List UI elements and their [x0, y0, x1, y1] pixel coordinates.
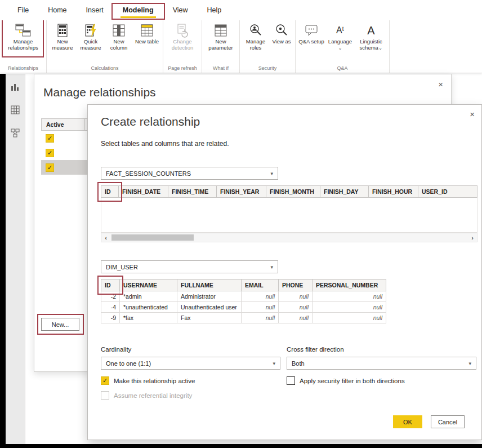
qa-setup-button[interactable]: Q&A setup: [297, 20, 325, 45]
new-column-icon: [112, 23, 126, 38]
column-header-id[interactable]: ID: [101, 279, 120, 291]
close-icon[interactable]: ×: [438, 80, 443, 88]
tab-help[interactable]: Help: [198, 0, 231, 20]
ribbon-group-calculations: New measure Quick measure: [47, 20, 163, 73]
view-as-button[interactable]: View as: [270, 20, 293, 45]
manage-relationships-label: Manage relationships: [2, 38, 44, 51]
close-icon[interactable]: ×: [470, 110, 475, 118]
tab-modeling[interactable]: Modeling: [113, 0, 163, 20]
column-header[interactable]: FINISH_YEAR: [217, 185, 266, 198]
table-row[interactable]: -2 *admin Administrator null null null: [101, 291, 386, 302]
qa-setup-icon: [304, 23, 319, 38]
ribbon-group-relationships: Manage relationships Relationships: [0, 20, 47, 73]
ok-button[interactable]: OK: [393, 415, 422, 428]
upper-table-dropdown[interactable]: FACT_SESSION_COUNTERS ▾: [101, 167, 278, 180]
manage-roles-button[interactable]: Manage roles: [242, 20, 270, 51]
relationship-active-checkbox[interactable]: ✓: [46, 149, 54, 157]
scroll-left-icon[interactable]: ‹: [101, 233, 110, 242]
column-header[interactable]: FINISH_DAY: [320, 185, 369, 198]
dropdown-arrow-icon: ▾: [273, 361, 275, 366]
group-caption-page-refresh: Page refresh: [165, 63, 200, 73]
manage-relationships-button[interactable]: Manage relationships: [2, 20, 44, 51]
ribbon: Manage relationships Relationships: [0, 20, 482, 73]
group-caption-what-if: What if: [204, 63, 238, 73]
powerbi-window: File Home Insert Modeling View Help: [0, 0, 482, 448]
status-bar: [0, 444, 482, 448]
new-measure-button[interactable]: New measure: [48, 20, 77, 51]
new-column-button[interactable]: New column: [105, 20, 133, 51]
upper-grid-body: [101, 198, 477, 233]
tab-insert[interactable]: Insert: [77, 0, 113, 20]
tab-view[interactable]: View: [163, 0, 198, 20]
referential-integrity-option: Assume referential integrity: [101, 391, 192, 400]
report-view-icon[interactable]: [10, 81, 21, 92]
group-caption-qa: Q&A: [297, 63, 387, 73]
cross-filter-dropdown[interactable]: Both ▾: [287, 357, 476, 370]
quick-measure-button[interactable]: Quick measure: [77, 20, 105, 51]
column-header[interactable]: FINISH_DATE: [119, 185, 168, 198]
view-as-icon: [274, 23, 289, 38]
column-header[interactable]: FINISH_HOUR: [369, 185, 418, 198]
column-header[interactable]: FINISH_MONTH: [266, 185, 320, 198]
column-header[interactable]: FINISH_TIME: [168, 185, 217, 198]
dropdown-arrow-icon: ▾: [270, 171, 273, 176]
new-relationship-button[interactable]: New...: [41, 318, 79, 331]
relationship-active-checkbox[interactable]: ✓: [46, 163, 54, 172]
new-table-icon: [140, 23, 154, 38]
group-caption-calculations: Calculations: [48, 63, 161, 73]
security-filter-option[interactable]: Apply security filter in both directions: [287, 376, 405, 385]
upper-grid-header: ID FINISH_DATE FINISH_TIME FINISH_YEAR F…: [101, 185, 477, 198]
scroll-right-icon[interactable]: ›: [468, 233, 477, 242]
lower-table-grid: ID USERNAME FULLNAME EMAIL PHONE PERSONA…: [101, 279, 386, 323]
ribbon-tab-row: File Home Insert Modeling View Help: [0, 0, 482, 20]
ribbon-group-security: Manage roles View as Security: [240, 20, 296, 73]
scrollbar-thumb[interactable]: [111, 234, 194, 241]
lower-grid-header: ID USERNAME FULLNAME EMAIL PHONE PERSONA…: [101, 279, 386, 291]
manage-roles-icon: [248, 23, 263, 38]
make-active-option[interactable]: ✓ Make this relationship active: [101, 376, 195, 385]
horizontal-scrollbar[interactable]: ‹ ›: [101, 233, 477, 242]
cancel-button[interactable]: Cancel: [431, 415, 465, 428]
data-view-icon[interactable]: [10, 104, 21, 116]
manage-dialog-title: Manage relationships: [43, 86, 156, 99]
dropdown-arrow-icon: ▾: [270, 264, 273, 270]
view-sidebar: [6, 74, 25, 444]
make-active-checkbox[interactable]: ✓: [101, 376, 109, 385]
language-icon: Aᵗ: [336, 23, 344, 38]
relationship-active-checkbox[interactable]: ✓: [46, 134, 54, 143]
table-row[interactable]: -4 *unauthenticated Unauthenticated user…: [101, 302, 386, 313]
group-caption-security: Security: [242, 63, 293, 73]
tab-file[interactable]: File: [8, 0, 38, 20]
create-dialog-title: Create relationship: [101, 115, 200, 128]
change-detection-icon: [176, 23, 189, 38]
column-header[interactable]: PERSONAL_NUMBER: [313, 279, 386, 291]
quick-measure-icon: [84, 23, 97, 38]
cross-filter-label: Cross filter direction: [287, 346, 344, 353]
table-row[interactable]: -9 *fax Fax null null null: [101, 313, 386, 323]
column-header[interactable]: EMAIL: [242, 279, 279, 291]
left-edge-bar: [0, 74, 6, 448]
cardinality-dropdown[interactable]: One to one (1:1) ▾: [101, 357, 280, 370]
new-parameter-button[interactable]: New parameter: [204, 20, 238, 51]
lower-table-dropdown[interactable]: DIM_USER ▾: [101, 260, 278, 273]
active-column-header[interactable]: Active: [41, 118, 85, 131]
linguistic-schema-button[interactable]: A Linguistic schema⌄: [355, 20, 387, 51]
ribbon-group-page-refresh: Change detection Page refresh: [163, 20, 202, 73]
linguistic-schema-label: Linguistic schema⌄: [355, 38, 387, 51]
cardinality-label: Cardinality: [101, 346, 131, 353]
column-header[interactable]: FULLNAME: [177, 279, 242, 291]
chevron-down-icon: ⌄: [338, 45, 342, 51]
column-header-id[interactable]: ID: [101, 185, 119, 198]
chevron-down-icon: ⌄: [378, 45, 383, 51]
column-header[interactable]: USERNAME: [120, 279, 177, 291]
tab-home[interactable]: Home: [38, 0, 76, 20]
column-header[interactable]: USER_ID: [418, 185, 477, 198]
linguistic-schema-icon: A: [367, 23, 374, 38]
model-view-icon[interactable]: [10, 127, 21, 139]
security-filter-checkbox[interactable]: [287, 376, 295, 385]
change-detection-button: Change detection: [165, 20, 200, 51]
language-button[interactable]: Aᵗ Language ⌄: [325, 20, 355, 51]
column-header[interactable]: PHONE: [279, 279, 313, 291]
new-table-button[interactable]: New table: [133, 20, 161, 45]
new-parameter-icon: [214, 23, 227, 38]
